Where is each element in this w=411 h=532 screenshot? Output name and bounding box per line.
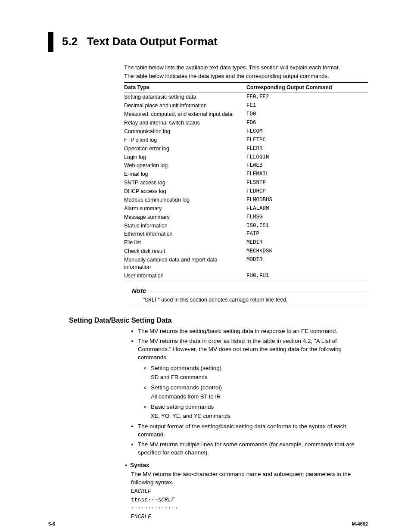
table-row: File listMEDIR — [124, 239, 368, 247]
syntax-tts: ttsss···s — [131, 497, 161, 503]
cell-output-command: FLMODBUS — [246, 196, 368, 204]
cell-data-type: Setting data/basic setting data — [124, 93, 246, 101]
table-row: Message summaryFLMSG — [124, 213, 368, 221]
cell-data-type: Manually sampled data and report data in… — [124, 256, 246, 272]
table-row: Relay and internal switch statusFD6 — [124, 119, 368, 128]
cell-data-type: File list — [124, 239, 246, 247]
note-code: CRLF — [145, 297, 158, 303]
cell-data-type: Decimal place and unit information — [124, 102, 246, 110]
list-item-text: The MV returns the data in order as list… — [138, 338, 342, 361]
cell-data-type: Web operation log — [124, 162, 246, 170]
cell-output-command: MODIR — [246, 256, 368, 272]
cell-output-command: FE1 — [246, 102, 368, 110]
syntax-label: Syntax — [130, 462, 149, 468]
syntax-intro: The MV returns the two-character command… — [131, 470, 368, 487]
cell-output-command: FLERR — [246, 144, 368, 153]
cell-output-command: FD6 — [246, 119, 368, 128]
syntax-block: • Syntax The MV returns the two-characte… — [125, 461, 368, 521]
sub-item-desc: XE, YO, YE, and YC commands — [151, 412, 368, 420]
bullet-list: The MV returns the setting/basic setting… — [125, 327, 368, 457]
cell-data-type: Alarm summary — [124, 204, 246, 213]
cell-data-type: Message summary — [124, 213, 246, 221]
syntax-crlf: CRLF — [138, 513, 151, 520]
heading-bar-icon — [48, 32, 53, 52]
th-data-type: Data Type — [124, 83, 246, 93]
cell-data-type: Relay and internal switch status — [124, 119, 246, 128]
cell-data-type: Status information — [124, 221, 246, 230]
cell-output-command: FAIP — [246, 230, 368, 239]
cell-output-command: FD0 — [246, 110, 368, 119]
heading-title: Text Data Output Format — [87, 35, 218, 48]
cell-output-command: FLDHCP — [246, 187, 368, 196]
list-item: The MV returns the data in order as list… — [138, 337, 368, 420]
table-row: Modbus communication logFLMODBUS — [124, 196, 368, 204]
table-row: Alarm summaryFLALARM — [124, 204, 368, 213]
table-header-row: Data Type Corresponding Output Command — [124, 83, 368, 93]
syntax-dots: ·············· — [131, 504, 368, 513]
cell-data-type: Measured, computed, and external input d… — [124, 110, 246, 119]
sub-item-desc: SD and FR commands — [151, 373, 368, 381]
list-item: Setting commands (control)All commands f… — [151, 384, 368, 401]
cell-output-command: FLLOGIN — [246, 153, 368, 162]
heading-number: 5.2 — [62, 35, 78, 48]
sub-item-head: Setting commands (control) — [151, 384, 368, 392]
syntax-en: EN — [131, 513, 138, 520]
cell-output-command: FLSNTP — [246, 179, 368, 187]
table-row: Web operation logFLWEB — [124, 162, 368, 170]
table-row: FTP client logFLFTPC — [124, 136, 368, 144]
list-item: • Syntax The MV returns the two-characte… — [125, 461, 368, 521]
cell-output-command: MEDIR — [246, 239, 368, 247]
section-heading: 5.2 Text Data Output Format — [48, 32, 368, 52]
page-footer: 5-6 M-4662 — [48, 521, 368, 527]
note-rest: used in this section denotes carriage re… — [160, 297, 288, 303]
sub-item-head: Setting commands (setting) — [151, 364, 368, 373]
cell-output-command: FLWEB — [246, 162, 368, 170]
note-block: Note "CRLF" used in this section denotes… — [132, 286, 368, 306]
table-row: Manually sampled data and report data in… — [124, 256, 368, 272]
cell-output-command: MECHKDSK — [246, 247, 368, 256]
table-row: Check disk resultMECHKDSK — [124, 247, 368, 256]
sub-item-head: Basic setting commands — [151, 403, 368, 411]
cell-data-type: User information — [124, 271, 246, 281]
list-item: The output format of the setting/basic s… — [138, 423, 368, 439]
table-row: Decimal place and unit informationFE1 — [124, 102, 368, 110]
intro-line-2: The table below indicates the data types… — [124, 72, 368, 80]
cell-output-command: FLEMAIL — [246, 170, 368, 179]
table-row: Login logFLLOGIN — [124, 153, 368, 162]
cell-data-type: FTP client log — [124, 136, 246, 144]
cell-output-command: FLFTPC — [246, 136, 368, 144]
heading-text: 5.2 Text Data Output Format — [62, 34, 218, 49]
cell-data-type: Login log — [124, 153, 246, 162]
syntax-crlf: CRLF — [138, 488, 151, 495]
table-row: Measured, computed, and external input d… — [124, 110, 368, 119]
cell-data-type: SNTP access log — [124, 179, 246, 187]
table-row: User informationFU0,FU1 — [124, 271, 368, 281]
note-rule-icon — [149, 291, 368, 291]
footer-doc-id: M-4662 — [352, 521, 368, 527]
cell-data-type: DHCP access log — [124, 187, 246, 196]
cell-output-command: FLCOM — [246, 127, 368, 136]
table-row: Status informationIS0,IS1 — [124, 221, 368, 230]
cell-data-type: Check disk result — [124, 247, 246, 256]
cell-output-command: FLMSG — [246, 213, 368, 221]
list-item: The MV returns multiple lines for some c… — [138, 441, 368, 457]
table-row: Operation error logFLERR — [124, 144, 368, 153]
note-bottom-rule-icon — [132, 306, 368, 306]
note-body: "CRLF" used in this section denotes carr… — [143, 296, 368, 304]
cell-output-command: FU0,FU1 — [246, 271, 368, 281]
syntax-ea: EA — [131, 488, 138, 495]
intro-line-1: The table below lists the available text… — [124, 64, 368, 72]
syntax-lines: EACRLF ttsss···sCRLF ·············· ENCR… — [131, 487, 368, 521]
cell-data-type: Operation error log — [124, 144, 246, 153]
sub-item-desc: All commands from BT to IR — [151, 393, 368, 401]
table-row: Setting data/basic setting dataFE0,FE2 — [124, 93, 368, 101]
table-row: Communication logFLCOM — [124, 127, 368, 136]
intro-paragraph: The table below lists the available text… — [124, 64, 368, 80]
data-type-table: Data Type Corresponding Output Command S… — [124, 82, 368, 281]
cell-data-type: E-mail log — [124, 170, 246, 179]
cell-output-command: IS0,IS1 — [246, 221, 368, 230]
list-item: Setting commands (setting)SD and FR comm… — [151, 364, 368, 381]
table-row: SNTP access logFLSNTP — [124, 179, 368, 187]
subsection-heading: Setting Data/Basic Setting Data — [69, 316, 368, 325]
cell-data-type: Ethernet information — [124, 230, 246, 239]
